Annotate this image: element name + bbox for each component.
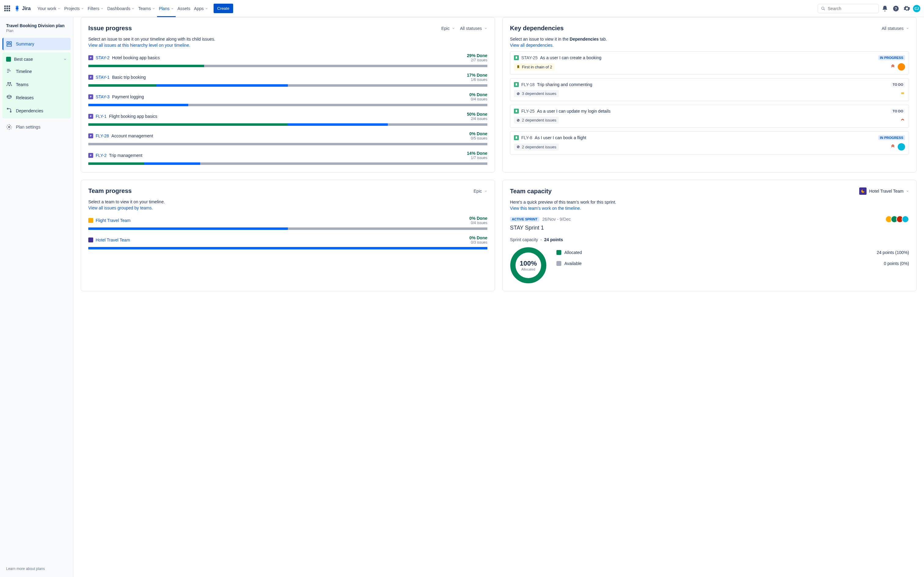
sidebar-item-teams[interactable]: Teams [2, 78, 71, 91]
priority-highest-icon [890, 64, 895, 69]
team-capacity-card: Team capacity Hotel Travel Team Here's a… [502, 180, 917, 291]
search-box[interactable] [818, 4, 879, 13]
dependencies-link[interactable]: View all dependencies. [510, 43, 909, 48]
jira-mark-icon [13, 5, 21, 12]
dependencies-status-select[interactable]: All statuses [882, 26, 909, 31]
app-switcher-icon[interactable] [4, 5, 11, 12]
team-name[interactable]: Flight Travel Team [95, 218, 131, 223]
team-hierarchy-select[interactable]: Epic [473, 189, 487, 193]
dependency-card[interactable]: STAY-25As a user I can create a bookingI… [510, 51, 909, 74]
issue-count: 2/4 issues [467, 117, 487, 121]
capacity-team-select[interactable]: Hotel Travel Team [859, 187, 909, 195]
sidebar-item-releases[interactable]: Releases [2, 91, 71, 104]
issue-row[interactable]: STAY-1Basic trip booking17% Done1/6 issu… [88, 73, 487, 87]
create-button[interactable]: Create [213, 4, 233, 13]
issue-count: 1/6 issues [467, 77, 487, 82]
sidebar-item-summary[interactable]: Summary [2, 38, 71, 50]
assignee-avatar [898, 63, 905, 71]
progress-bar [88, 65, 487, 67]
issue-key[interactable]: FLY-2 [95, 153, 107, 158]
done-percent: 14% Done [467, 151, 487, 156]
nav-item-assets[interactable]: Assets [176, 0, 192, 17]
notifications-button[interactable] [880, 4, 890, 13]
member-avatar [902, 216, 909, 223]
settings-button[interactable] [902, 4, 912, 13]
story-icon [514, 109, 519, 114]
dependency-key: FLY-8 [521, 135, 532, 140]
plan-subtitle: Plan [2, 28, 71, 38]
status-lozenge: IN PROGRESS [878, 55, 905, 60]
dependencies-icon [6, 107, 12, 114]
chevron-down-icon [63, 57, 67, 61]
search-input[interactable] [828, 6, 876, 11]
help-button[interactable]: ? [891, 4, 901, 13]
jira-logo[interactable]: Jira [13, 5, 31, 12]
summary-icon [6, 41, 12, 47]
issue-row[interactable]: STAY-2Hotel booking app basics29% Done2/… [88, 53, 487, 67]
issue-row[interactable]: STAY-3Payment logging0% Done0/4 issues [88, 92, 487, 106]
sidebar-item-timeline[interactable]: Timeline [2, 65, 71, 78]
sidebar-scenario-header[interactable]: Best case [2, 54, 71, 65]
dependency-key: FLY-18 [521, 82, 535, 87]
nav-item-filters[interactable]: Filters [86, 0, 105, 17]
issue-progress-card: Issue progress Epic All statuses Select … [81, 17, 495, 172]
nav-item-your-work[interactable]: Your work [36, 0, 62, 17]
epic-icon [88, 114, 93, 119]
capacity-link[interactable]: View this team's work on the timeline. [510, 206, 909, 211]
issue-key[interactable]: STAY-3 [95, 94, 110, 99]
status-lozenge: TO DO [891, 82, 905, 87]
dependency-key: STAY-25 [521, 55, 538, 60]
svg-point-10 [7, 82, 9, 84]
timeline-icon [6, 68, 12, 75]
gear-icon [6, 124, 12, 130]
main-content: Issue progress Epic All statuses Select … [73, 17, 924, 577]
blocked-icon [516, 92, 520, 95]
nav-item-apps[interactable]: Apps [192, 0, 210, 17]
nav-item-projects[interactable]: Projects [62, 0, 86, 17]
dependency-card[interactable]: FLY-25As a user I can update my login de… [510, 105, 909, 127]
progress-bar [88, 104, 487, 106]
progress-bar [88, 247, 487, 250]
nav-item-dashboards[interactable]: Dashboards [105, 0, 137, 17]
done-percent: 0% Done [469, 131, 487, 136]
nav-item-teams[interactable]: Teams [136, 0, 157, 17]
issue-row[interactable]: FLY-2Trip management14% Done1/7 issues [88, 151, 487, 165]
issue-key[interactable]: STAY-1 [95, 75, 110, 80]
team-avatar-icon [859, 187, 867, 195]
issue-progress-link[interactable]: View all issues at this hierarchy level … [88, 43, 487, 48]
issue-row[interactable]: FLY-28Account management0% Done0/5 issue… [88, 131, 487, 145]
gear-icon [903, 5, 910, 12]
issue-key[interactable]: FLY-28 [95, 134, 109, 138]
dependency-title: As a user I can create a booking [540, 55, 601, 60]
priority-high-icon [900, 117, 905, 122]
sidebar-scenario-group: Best case TimelineTeamsReleasesDependenc… [2, 53, 71, 118]
learn-more-link[interactable]: Learn more about plans [6, 567, 45, 571]
team-name[interactable]: Hotel Travel Team [95, 237, 130, 242]
story-icon [514, 82, 519, 87]
issue-title: Basic trip booking [112, 75, 146, 80]
dependencies-desc: Select an issue to view it in the Depend… [510, 37, 909, 42]
epic-icon [88, 134, 93, 138]
donut-label: Allocated [521, 268, 535, 271]
hierarchy-select[interactable]: Epic [441, 26, 455, 31]
nav-item-plans[interactable]: Plans [157, 0, 176, 17]
sidebar-item-plan-settings[interactable]: Plan settings [2, 121, 71, 133]
team-progress-link[interactable]: View all issues grouped by teams. [88, 205, 487, 210]
team-row[interactable]: Flight Travel Team0% Done0/4 issues [88, 216, 487, 230]
issue-row[interactable]: FLY-1Flight booking app basics50% Done2/… [88, 112, 487, 126]
issue-key[interactable]: STAY-2 [95, 55, 110, 60]
svg-rect-5 [10, 42, 11, 44]
issue-key[interactable]: FLY-1 [95, 114, 107, 119]
dependency-card[interactable]: FLY-18Trip sharing and commentingTO DO3 … [510, 78, 909, 101]
team-row[interactable]: Hotel Travel Team0% Done0/3 issues [88, 235, 487, 250]
status-select[interactable]: All statuses [460, 26, 487, 31]
profile-avatar[interactable]: CJ [913, 5, 920, 12]
dependency-key: FLY-25 [521, 109, 535, 114]
dependency-card[interactable]: FLY-8As I user I can book a flightIN PRO… [510, 131, 909, 155]
sidebar-item-dependencies[interactable]: Dependencies [2, 104, 71, 117]
chevron-down-icon [100, 7, 103, 10]
dependencies-title: Key dependencies [510, 25, 564, 32]
legend-value: 24 points (100%) [877, 250, 909, 255]
epic-icon [88, 153, 93, 158]
issue-title: Payment logging [112, 94, 144, 99]
